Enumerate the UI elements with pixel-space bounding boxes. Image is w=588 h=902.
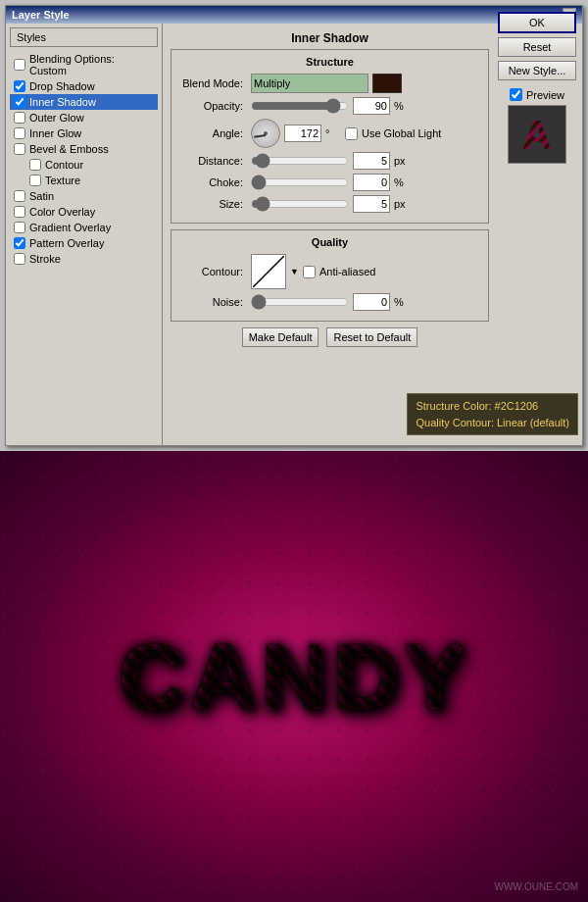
noise-input[interactable] [353, 293, 390, 311]
sidebar-item-inner-shadow[interactable]: Inner Shadow [10, 94, 158, 110]
angle-row: Angle: ° Use Global Light [177, 119, 482, 148]
new-style-button[interactable]: New Style... [498, 61, 576, 80]
reset-to-default-button[interactable]: Reset to Default [326, 327, 417, 347]
texture-checkbox[interactable] [29, 175, 41, 186]
contour-label: Contour [45, 159, 83, 171]
gradient-overlay-label: Gradient Overlay [29, 222, 111, 233]
inner-shadow-label: Inner Shadow [29, 96, 96, 108]
size-row: Size: px [177, 195, 482, 213]
left-panel: Styles Blending Options: Custom Drop Sha… [6, 24, 163, 445]
contour-dropdown-arrow[interactable]: ▼ [290, 267, 299, 276]
blending-options-label: Blending Options: Custom [29, 53, 154, 76]
satin-checkbox[interactable] [14, 190, 25, 202]
noise-controls: % [251, 293, 482, 311]
outer-glow-checkbox[interactable] [14, 112, 25, 124]
quality-box: Quality Contour: ▼ [171, 229, 489, 322]
blend-color-swatch[interactable] [372, 74, 402, 93]
gradient-overlay-checkbox[interactable] [14, 222, 25, 233]
choke-input[interactable] [353, 174, 390, 191]
preview-label: Preview [526, 89, 564, 101]
contour-checkbox[interactable] [29, 159, 41, 171]
distance-slider[interactable] [251, 155, 349, 167]
make-default-button[interactable]: Make Default [242, 327, 319, 347]
pattern-overlay-label: Pattern Overlay [29, 237, 104, 249]
sidebar-item-drop-shadow[interactable]: Drop Shadow [10, 78, 158, 94]
dialog-titlebar: Layer Style × [6, 6, 582, 24]
angle-input[interactable] [284, 125, 321, 142]
color-overlay-checkbox[interactable] [14, 206, 25, 218]
opacity-row: Opacity: % [177, 97, 482, 115]
color-overlay-label: Color Overlay [29, 206, 95, 218]
blend-mode-label: Blend Mode: [177, 77, 251, 89]
contour-svg [253, 256, 284, 287]
candy-text-container: CANDY [119, 624, 469, 730]
choke-row: Choke: % [177, 174, 482, 191]
opacity-slider[interactable] [251, 100, 349, 112]
reset-button[interactable]: Reset [498, 37, 576, 57]
sidebar-item-pattern-overlay[interactable]: Pattern Overlay [10, 235, 158, 251]
sidebar-item-inner-glow[interactable]: Inner Glow [10, 125, 158, 141]
distance-unit: px [394, 155, 410, 167]
contour-row-label: Contour: [177, 266, 251, 277]
opacity-input[interactable] [353, 97, 390, 115]
blending-options-checkbox[interactable] [14, 59, 25, 71]
size-slider[interactable] [251, 198, 349, 210]
sidebar-item-contour[interactable]: Contour [10, 157, 158, 173]
canvas-area: CANDY WWW.OUNE.COM [0, 451, 588, 902]
pattern-overlay-checkbox[interactable] [14, 237, 25, 249]
sidebar-item-bevel-emboss[interactable]: Bevel & Emboss [10, 141, 158, 157]
bevel-emboss-label: Bevel & Emboss [29, 143, 109, 155]
stroke-label: Stroke [29, 253, 61, 265]
anti-aliased-label: Anti-aliased [319, 266, 375, 277]
bevel-emboss-checkbox[interactable] [14, 143, 25, 155]
sidebar-item-blending-options[interactable]: Blending Options: Custom [10, 51, 158, 78]
quality-title: Quality [177, 236, 482, 248]
preview-checkbox[interactable] [510, 88, 522, 101]
inner-shadow-checkbox[interactable] [14, 96, 25, 108]
stroke-checkbox[interactable] [14, 253, 25, 265]
button-panel: OK Reset New Style... Preview [498, 12, 576, 164]
svg-text:A: A [521, 112, 551, 158]
styles-header[interactable]: Styles [10, 27, 158, 47]
sidebar-item-texture[interactable]: Texture [10, 173, 158, 188]
preview-svg: A [511, 108, 564, 162]
choke-unit: % [394, 176, 410, 188]
distance-label: Distance: [177, 155, 251, 167]
size-input[interactable] [353, 195, 390, 213]
sidebar-item-gradient-overlay[interactable]: Gradient Overlay [10, 220, 158, 235]
blend-mode-controls: Multiply Normal Screen Overlay [251, 74, 482, 93]
structure-title: Structure [177, 56, 482, 68]
ok-button[interactable]: OK [498, 12, 576, 33]
choke-slider[interactable] [251, 176, 349, 188]
tooltip-line1: Structure Color: #2C1206 [416, 398, 569, 415]
sidebar-item-outer-glow[interactable]: Outer Glow [10, 110, 158, 125]
blend-mode-select[interactable]: Multiply Normal Screen Overlay [251, 74, 368, 93]
contour-controls: ▼ Anti-aliased [251, 254, 482, 289]
angle-indicator [254, 134, 266, 138]
watermark: WWW.OUNE.COM [494, 881, 578, 892]
angle-dial[interactable] [251, 119, 280, 148]
dialog-body: Styles Blending Options: Custom Drop Sha… [6, 24, 582, 445]
drop-shadow-checkbox[interactable] [14, 80, 25, 92]
sidebar-item-color-overlay[interactable]: Color Overlay [10, 204, 158, 220]
preview-box: A [508, 105, 566, 164]
satin-label: Satin [29, 190, 54, 202]
layer-style-dialog: Layer Style × Styles Blending Options: C… [5, 5, 583, 446]
sidebar-item-stroke[interactable]: Stroke [10, 251, 158, 267]
texture-label: Texture [45, 175, 80, 186]
distance-input[interactable] [353, 152, 390, 170]
angle-label: Angle: [177, 127, 251, 139]
anti-aliased-checkbox[interactable] [303, 266, 316, 278]
inner-glow-label: Inner Glow [29, 127, 81, 139]
size-unit: px [394, 198, 410, 210]
outer-glow-label: Outer Glow [29, 112, 84, 124]
tooltip-line2: Quality Contour: Linear (default) [416, 415, 569, 431]
use-global-light-checkbox[interactable] [345, 127, 358, 140]
blend-mode-select-wrapper: Multiply Normal Screen Overlay [251, 74, 368, 93]
noise-slider[interactable] [251, 296, 349, 308]
inner-glow-checkbox[interactable] [14, 127, 25, 139]
choke-controls: % [251, 174, 482, 191]
contour-preview[interactable] [251, 254, 286, 289]
candy-text: CANDY [119, 624, 469, 730]
sidebar-item-satin[interactable]: Satin [10, 188, 158, 204]
